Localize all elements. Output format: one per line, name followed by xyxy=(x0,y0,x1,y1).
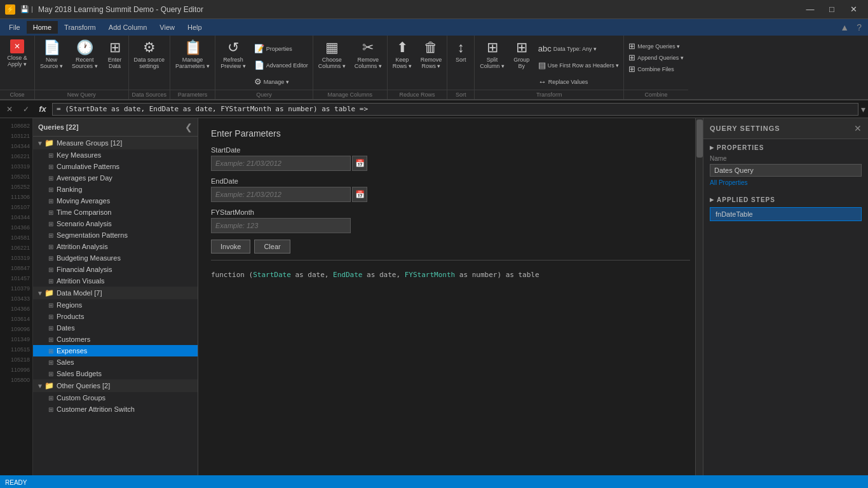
scenario-analysis-table-icon: ⊞ xyxy=(48,220,53,227)
group-by-button[interactable]: ⊞ GroupBy xyxy=(510,38,534,71)
tab-home[interactable]: Home xyxy=(27,21,58,34)
tab-view[interactable]: View xyxy=(153,21,181,34)
data-type-button[interactable]: abc Data Type: Any ▾ xyxy=(535,43,623,54)
formula-cancel-btn[interactable]: ✕ xyxy=(3,102,17,116)
recent-sources-button[interactable]: 🕐 RecentSources ▾ xyxy=(68,38,102,71)
fystartmonth-input[interactable] xyxy=(211,218,351,233)
qs-properties-title: PROPERTIES xyxy=(710,144,862,151)
minimize-button[interactable]: — xyxy=(801,3,820,16)
sidebar-item-attrition-analysis[interactable]: ⊞ Attrition Analysis xyxy=(33,241,198,252)
manage-parameters-icon: 📋 xyxy=(184,39,201,56)
ribbon-collapse-btn[interactable]: ▲ xyxy=(836,22,853,32)
group-by-label: GroupBy xyxy=(513,57,529,69)
enter-params-panel: Enter Parameters StartDate 📅 EndDate 📅 xyxy=(198,118,703,293)
formula-confirm-btn[interactable]: ✓ xyxy=(19,102,33,116)
append-queries-button[interactable]: ⊞ Append Queries ▾ xyxy=(625,52,687,63)
other-queries-header[interactable]: ▼ 📁 Other Queries [2] xyxy=(33,379,198,392)
ranking-label: Ranking xyxy=(57,186,82,193)
sidebar-item-cumulative-patterns[interactable]: ⊞ Cumulative Patterns xyxy=(33,161,198,172)
qs-name-input[interactable] xyxy=(710,164,862,177)
sales-table-icon: ⊞ xyxy=(48,359,53,366)
close-apply-button[interactable]: ✕ Close &Apply ▾ xyxy=(1,38,33,69)
startdate-calendar-btn[interactable]: 📅 xyxy=(352,156,367,171)
sidebar-item-customers[interactable]: ⊞ Customers xyxy=(33,334,198,345)
line-num-7: 105252 xyxy=(0,182,32,192)
sidebar-item-moving-averages[interactable]: ⊞ Moving Averages xyxy=(33,195,198,207)
invoke-button[interactable]: Invoke xyxy=(211,240,250,254)
sidebar-item-financial-analysis[interactable]: ⊞ Financial Analysis xyxy=(33,264,198,275)
scrollbar-track[interactable] xyxy=(695,118,703,475)
remove-rows-button[interactable]: 🗑 RemoveRows ▾ xyxy=(417,38,446,71)
qs-close-btn[interactable]: ✕ xyxy=(854,123,862,133)
sidebar-item-dates[interactable]: ⊞ Dates xyxy=(33,322,198,334)
advanced-editor-button[interactable]: 📄 Advanced Editor xyxy=(251,60,311,71)
combine-files-button[interactable]: ⊞ Combine Files xyxy=(625,64,687,74)
sidebar-item-sales[interactable]: ⊞ Sales xyxy=(33,356,198,368)
enter-data-button[interactable]: ⊞ EnterData xyxy=(103,38,127,71)
sidebar-scroll[interactable]: ▼ 📁 Measure Groups [12] ⊞ Key Measures ⊞… xyxy=(33,137,198,475)
enddate-input[interactable] xyxy=(211,187,351,202)
manage-parameters-button[interactable]: 📋 ManageParameters ▾ xyxy=(172,38,214,71)
sidebar-item-regions[interactable]: ⊞ Regions xyxy=(33,299,198,311)
help-icon[interactable]: ? xyxy=(853,22,865,32)
sidebar-item-attrition-visuals[interactable]: ⊞ Attrition Visuals xyxy=(33,275,198,287)
data-model-folder-icon: 📁 xyxy=(45,288,54,297)
sidebar-item-averages-per-day[interactable]: ⊞ Averages per Day xyxy=(33,172,198,184)
scrollbar-thumb[interactable] xyxy=(696,119,703,158)
data-model-header[interactable]: ▼ 📁 Data Model [7] xyxy=(33,287,198,299)
remove-columns-button[interactable]: ✂ RemoveColumns ▾ xyxy=(351,38,386,71)
query-group-label: Query xyxy=(215,90,313,99)
qs-all-properties-link[interactable]: All Properties xyxy=(710,179,862,186)
replace-values-button[interactable]: ↔ Replace Values xyxy=(535,76,623,87)
query-group-data-model: ▼ 📁 Data Model [7] ⊞ Regions ⊞ Products … xyxy=(33,287,198,379)
ribbon-group-parameters-buttons: 📋 ManageParameters ▾ xyxy=(170,36,215,90)
sidebar-item-products[interactable]: ⊞ Products xyxy=(33,311,198,322)
sidebar-item-key-measures[interactable]: ⊞ Key Measures xyxy=(33,149,198,161)
step-item-fndatetable[interactable]: fnDateTable xyxy=(710,207,862,221)
sidebar-item-time-comparison[interactable]: ⊞ Time Comparison xyxy=(33,207,198,218)
formula-input[interactable] xyxy=(52,103,858,116)
sidebar-item-sales-budgets[interactable]: ⊞ Sales Budgets xyxy=(33,368,198,379)
choose-columns-button[interactable]: ▦ ChooseColumns ▾ xyxy=(315,38,349,71)
sidebar-item-custom-groups[interactable]: ⊞ Custom Groups xyxy=(33,392,198,403)
ribbon-group-new-query-buttons: 📄 NewSource ▾ 🕐 RecentSources ▾ ⊞ EnterD… xyxy=(35,36,128,90)
formula-expand-btn[interactable]: ▾ xyxy=(861,104,865,114)
tab-help[interactable]: Help xyxy=(181,21,208,34)
save-icon: 💾 | xyxy=(20,5,33,13)
clear-button[interactable]: Clear xyxy=(254,240,290,254)
tab-transform[interactable]: Transform xyxy=(58,21,102,34)
sidebar-item-ranking[interactable]: ⊞ Ranking xyxy=(33,184,198,195)
split-column-button[interactable]: ⊞ SplitColumn ▾ xyxy=(476,38,508,71)
sidebar-item-expenses[interactable]: ⊞ Expenses xyxy=(33,345,198,356)
attrition-visuals-label: Attrition Visuals xyxy=(57,277,105,285)
tab-file[interactable]: File xyxy=(3,21,27,34)
sidebar-item-scenario-analysis[interactable]: ⊞ Scenario Analysis xyxy=(33,218,198,229)
sidebar-item-customer-attrition-switch[interactable]: ⊞ Customer Attrition Switch xyxy=(33,403,198,415)
enddate-calendar-btn[interactable]: 📅 xyxy=(352,187,367,202)
action-buttons: Invoke Clear xyxy=(211,240,690,254)
append-queries-label: Append Queries ▾ xyxy=(637,55,684,61)
key-measures-table-icon: ⊞ xyxy=(48,152,53,159)
maximize-button[interactable]: □ xyxy=(822,3,841,16)
line-num-20: 103614 xyxy=(0,314,32,324)
data-source-settings-button[interactable]: ⚙ Data sourcesettings xyxy=(130,38,169,71)
line-num-19: 104366 xyxy=(0,304,32,314)
sidebar-item-budgeting-measures[interactable]: ⊞ Budgeting Measures xyxy=(33,252,198,264)
close-button[interactable]: ✕ xyxy=(844,3,863,16)
customer-attrition-switch-table-icon: ⊞ xyxy=(48,406,53,413)
use-first-row-button[interactable]: ▤ Use First Row as Headers ▾ xyxy=(535,60,623,71)
new-source-button[interactable]: 📄 NewSource ▾ xyxy=(36,38,67,71)
sidebar-collapse-btn[interactable]: ❮ xyxy=(185,122,193,132)
manage-button[interactable]: ⚙ Manage ▾ xyxy=(251,76,311,87)
keep-rows-button[interactable]: ⬆ KeepRows ▾ xyxy=(389,38,416,71)
tab-add-column[interactable]: Add Column xyxy=(102,21,154,34)
refresh-preview-button[interactable]: ↺ RefreshPreview ▾ xyxy=(217,38,250,71)
remove-columns-label: RemoveColumns ▾ xyxy=(355,57,382,69)
sort-button[interactable]: ↕ Sort xyxy=(449,38,473,64)
measure-groups-header[interactable]: ▼ 📁 Measure Groups [12] xyxy=(33,137,198,149)
line-num-22: 101349 xyxy=(0,334,32,344)
properties-button[interactable]: 📝 Properties xyxy=(251,43,311,54)
sidebar-item-segmentation-patterns[interactable]: ⊞ Segmentation Patterns xyxy=(33,229,198,241)
merge-queries-button[interactable]: ⊞ Merge Queries ▾ xyxy=(625,41,687,51)
startdate-input[interactable] xyxy=(211,156,351,171)
